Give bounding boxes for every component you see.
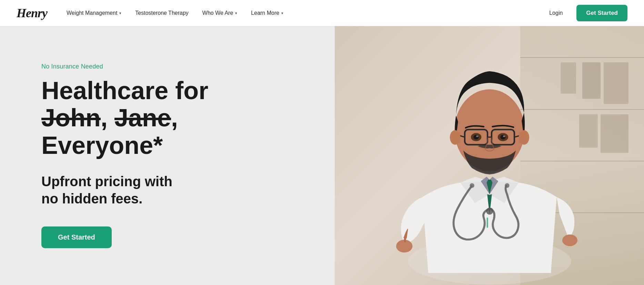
hero-get-started-button[interactable]: Get Started bbox=[41, 226, 112, 248]
headline-john: John bbox=[41, 104, 101, 131]
nav-label-who-we-are: Who We Are bbox=[202, 10, 233, 16]
headline-everyone: Everyone* bbox=[41, 131, 163, 159]
headline-comma: , bbox=[171, 104, 178, 131]
svg-rect-6 bbox=[486, 218, 488, 228]
hero-subheadline: Upfront pricing with no hidden fees. bbox=[41, 173, 300, 207]
nav-get-started-button[interactable]: Get Started bbox=[576, 5, 627, 21]
svg-point-3 bbox=[470, 183, 474, 188]
nav-label-testosterone-therapy: Testosterone Therapy bbox=[135, 10, 188, 16]
svg-point-17 bbox=[500, 135, 505, 139]
chevron-down-icon-3: ▾ bbox=[281, 11, 283, 15]
chevron-down-icon: ▾ bbox=[119, 11, 121, 15]
login-button[interactable]: Login bbox=[544, 7, 568, 19]
svg-point-2 bbox=[562, 234, 577, 246]
nav-links: Weight Management ▾ Testosterone Therapy… bbox=[61, 7, 289, 19]
hero-headline: Healthcare for John, Jane, Everyone* bbox=[41, 77, 300, 159]
doctor-illustration bbox=[358, 39, 621, 285]
svg-point-19 bbox=[503, 135, 505, 137]
headline-line1: Healthcare for bbox=[41, 77, 208, 104]
hero-section: No Insurance Needed Healthcare for John,… bbox=[0, 26, 644, 285]
nav-right: Login Get Started bbox=[544, 5, 627, 21]
svg-point-18 bbox=[476, 135, 479, 137]
svg-point-21 bbox=[519, 130, 529, 145]
no-insurance-badge: No Insurance Needed bbox=[41, 63, 300, 70]
svg-point-5 bbox=[486, 208, 493, 214]
nav-label-learn-more: Learn More bbox=[251, 10, 279, 16]
chevron-down-icon-2: ▾ bbox=[235, 11, 237, 15]
headline-sep1: , bbox=[101, 104, 114, 131]
subheadline-line1: Upfront pricing with bbox=[41, 174, 172, 189]
hero-content: No Insurance Needed Healthcare for John,… bbox=[0, 26, 335, 285]
nav-item-learn-more[interactable]: Learn More ▾ bbox=[245, 7, 289, 19]
nav-item-who-we-are[interactable]: Who We Are ▾ bbox=[197, 7, 243, 19]
svg-point-16 bbox=[473, 135, 479, 139]
nav-item-weight-management[interactable]: Weight Management ▾ bbox=[61, 7, 127, 19]
nav-label-weight-management: Weight Management bbox=[67, 10, 117, 16]
headline-jane: Jane bbox=[114, 104, 171, 131]
navigation: Henry Weight Management ▾ Testosterone T… bbox=[0, 0, 644, 26]
svg-point-4 bbox=[505, 183, 510, 188]
svg-point-20 bbox=[450, 130, 460, 145]
hero-image bbox=[335, 26, 644, 285]
nav-left: Henry Weight Management ▾ Testosterone T… bbox=[17, 6, 289, 20]
nav-item-testosterone-therapy[interactable]: Testosterone Therapy bbox=[130, 7, 194, 19]
brand-logo[interactable]: Henry bbox=[17, 6, 47, 20]
subheadline-line2: no hidden fees. bbox=[41, 191, 142, 206]
